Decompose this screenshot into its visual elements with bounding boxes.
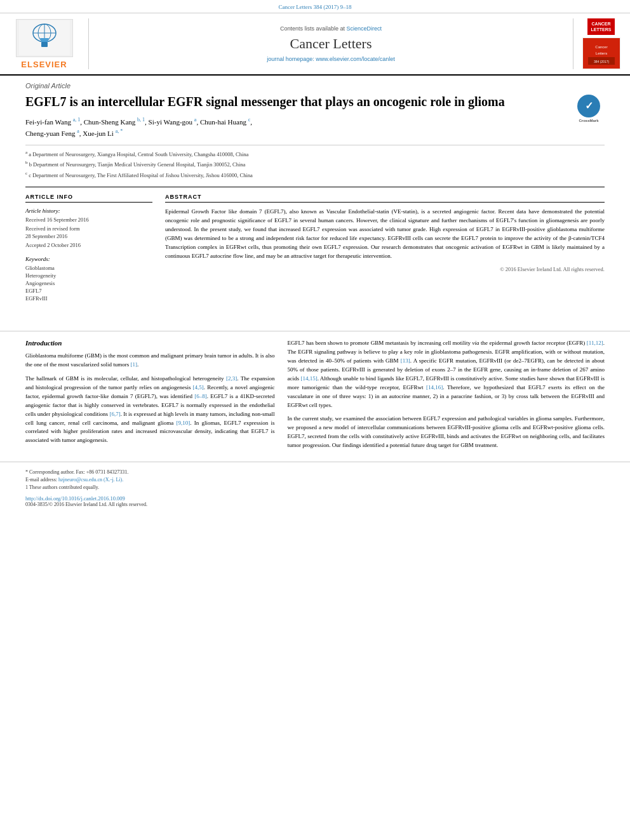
section-divider	[0, 331, 630, 331]
article-body: Original Article EGFL7 is an intercellul…	[0, 76, 630, 323]
keyword-1: Glioblastoma	[25, 265, 152, 271]
intro-paragraph-2: The hallmark of GBM is its molecular, ce…	[25, 375, 274, 446]
right-paragraph-1: EGFL7 has been shown to promote GBM meta…	[287, 339, 605, 410]
journal-url[interactable]: www.elsevier.com/locate/canlet	[316, 56, 395, 62]
abstract-text: Epidermal Growth Factor like domain 7 (E…	[165, 208, 605, 261]
keyword-2: Heterogeneity	[25, 272, 152, 279]
copyright-line: © 2016 Elsevier Ireland Ltd. All rights …	[165, 266, 605, 272]
abstract-heading: ABSTRACT	[165, 194, 605, 203]
keyword-5: EGFRvIII	[25, 295, 152, 302]
crossmark-icon: ✓	[577, 95, 600, 117]
issn-line: 0304-3835/© 2016 Elsevier Ireland Ltd. A…	[25, 502, 605, 507]
top-citation-bar: Cancer Letters 384 (2017) 9–18	[0, 0, 630, 13]
elsevier-wordmark: ELSEVIER	[21, 60, 67, 69]
received-revised-date: Received in revised form28 September 201…	[25, 225, 152, 241]
author-5: Cheng-yuan Feng a	[25, 130, 79, 137]
sciencedirect-line: Contents lists available at ScienceDirec…	[280, 25, 382, 32]
author-3: Si-yi Wang-gou a	[149, 118, 197, 126]
affiliation-b: b b Department of Neurosurgery, Tianjin …	[25, 159, 605, 169]
journal-title: Cancer Letters	[290, 36, 372, 52]
article-title: EGFL7 is an intercellular EGFR signal me…	[25, 93, 605, 110]
journal-cover-image: Cancer Letters 384 (2017)	[582, 37, 620, 69]
ref-1: [1]	[130, 361, 137, 368]
keywords-section: Keywords: Glioblastoma Heterogeneity Ang…	[25, 256, 152, 302]
email-line: E-mail address: hzjneuro@csu.edu.cn (X.-…	[25, 476, 605, 484]
main-content: Introduction Glioblastoma multiforme (GB…	[0, 339, 630, 455]
right-column: EGFL7 has been shown to promote GBM meta…	[287, 339, 605, 455]
svg-marker-6	[40, 38, 49, 42]
journal-header: ELSEVIER Contents lists available at Sci…	[0, 13, 630, 76]
svg-text:Letters: Letters	[595, 51, 607, 55]
left-column: Introduction Glioblastoma multiforme (GB…	[25, 339, 274, 455]
affiliations: a a Department of Neurosurgery, Xiangya …	[25, 145, 605, 180]
author-1: Fei-yi-fan Wang a, 1	[25, 118, 80, 126]
doi-line[interactable]: http://dx.doi.org/10.1016/j.canlet.2016.…	[25, 495, 605, 502]
article-info-abstract-section: ARTICLE INFO Article history: Received 1…	[25, 187, 605, 303]
affiliation-c: c c Department of Neurosurgery, The Firs…	[25, 170, 605, 180]
author-2: Chun-Sheng Kang b, 1	[84, 118, 145, 126]
abstract-section: ABSTRACT Epidermal Growth Factor like do…	[165, 194, 605, 303]
author-4: Chun-hai Huang c	[200, 118, 250, 126]
received-date: Received 16 September 2016	[25, 217, 152, 224]
author-6: Xue-jun Li a, *	[83, 130, 123, 137]
authors-list: Fei-yi-fan Wang a, 1, Chun-Sheng Kang b,…	[25, 116, 605, 140]
journal-citation: Cancer Letters 384 (2017) 9–18	[279, 4, 352, 10]
crossmark-label: CrossMark	[579, 119, 598, 124]
accepted-date: Accepted 2 October 2016	[25, 242, 152, 250]
affiliation-a: a a Department of Neurosurgery, Xiangya …	[25, 149, 605, 159]
svg-text:Cancer: Cancer	[595, 45, 607, 49]
intro-paragraph-1: Glioblastoma multiforme (GBM) is the mos…	[25, 352, 274, 370]
article-info-heading: ARTICLE INFO	[25, 194, 152, 203]
equal-contrib-note: 1 These authors contributed equally.	[25, 484, 605, 491]
article-history-label: Article history:	[25, 208, 152, 214]
email-address[interactable]: hzjneuro@csu.edu.cn (X.-j. Li).	[58, 477, 123, 483]
sciencedirect-link[interactable]: ScienceDirect	[347, 25, 382, 32]
crossmark-badge[interactable]: ✓ CrossMark	[573, 93, 605, 125]
keyword-3: Angiogenesis	[25, 280, 152, 286]
corresponding-note: * Corresponding author. Fax: +86 0731 84…	[25, 469, 605, 476]
keywords-label: Keywords:	[25, 256, 152, 262]
article-type: Original Article	[25, 82, 605, 90]
right-paragraph-2: In the current study, we examined the as…	[287, 415, 605, 450]
keyword-4: EGFL7	[25, 288, 152, 294]
svg-rect-5	[41, 42, 48, 47]
elsevier-logo-section: ELSEVIER	[6, 18, 89, 69]
journal-center-info: Contents lists available at ScienceDirec…	[95, 18, 566, 69]
introduction-heading: Introduction	[25, 339, 274, 347]
footer-section: * Corresponding author. Fax: +86 0731 84…	[0, 462, 630, 511]
svg-text:384 (2017): 384 (2017)	[593, 60, 609, 63]
cancer-letters-badge: CANCERLETTERS	[587, 18, 615, 35]
article-info-column: ARTICLE INFO Article history: Received 1…	[25, 194, 152, 303]
journal-homepage: journal homepage: www.elsevier.com/locat…	[267, 56, 395, 62]
footer-notes: * Corresponding author. Fax: +86 0731 84…	[25, 469, 605, 491]
elsevier-image	[16, 19, 73, 57]
cancer-letters-logo-right: CANCERLETTERS Cancer Letters 384 (2017)	[573, 18, 624, 69]
